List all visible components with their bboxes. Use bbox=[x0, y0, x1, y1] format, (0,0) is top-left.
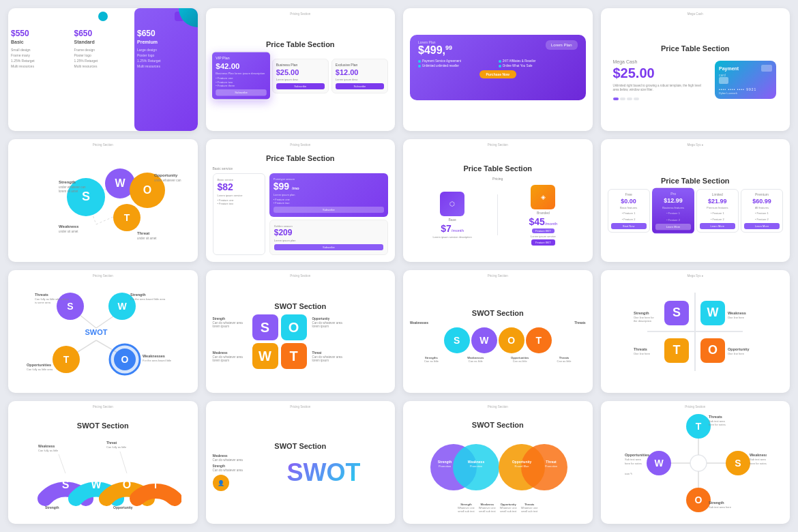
svg-text:Can fully as little area: Can fully as little area bbox=[27, 368, 53, 371]
svg-text:Opportunity: Opportunity bbox=[728, 347, 750, 351]
svg-text:Threat: Threat bbox=[106, 441, 117, 445]
svg-text:Weakness: Weakness bbox=[728, 311, 746, 315]
card15-title: SWOT Section bbox=[472, 421, 524, 429]
payment-chip bbox=[719, 77, 728, 84]
basic-plan: $550 Basic Small design Frame many 1.25%… bbox=[8, 8, 72, 131]
svg-text:Strength: Strength bbox=[59, 180, 76, 184]
features-grid: Payment Service Agreement 24/7 Affiliate… bbox=[418, 59, 578, 68]
swot-s-cell: S bbox=[252, 314, 278, 340]
price-table-horiz-card: Pricing Section Price Table Section Pric… bbox=[403, 139, 593, 262]
s-circle: S bbox=[444, 327, 470, 353]
t-circle: T bbox=[526, 327, 552, 353]
w-circle: W bbox=[471, 327, 497, 353]
svg-text:Strength: Strength bbox=[437, 460, 452, 464]
svg-text:T: T bbox=[673, 343, 681, 357]
svg-point-87 bbox=[690, 455, 707, 471]
card14-tag: Pricing Section bbox=[290, 405, 310, 409]
four-col-pricing: Free $0.00 Basic features • Feature 1 • … bbox=[608, 189, 784, 233]
price-payment-card: Mega Cash Price Table Section Mega Cash … bbox=[601, 8, 790, 131]
premium-features: Large design Poster logo 1.25% Retarget … bbox=[137, 47, 195, 69]
purchase-btn[interactable]: Purchase Now bbox=[479, 70, 516, 78]
svg-text:W: W bbox=[115, 177, 125, 189]
pro-btn[interactable]: Learn More bbox=[655, 224, 691, 230]
swot-arc-card: Pricing Section SWOT Section S W O T Wea… bbox=[8, 401, 198, 524]
svg-text:O: O bbox=[143, 184, 151, 196]
card14-title: SWOT Section bbox=[274, 442, 326, 450]
vip-plan-card: VIP Plan $42.00 Business Plan lorem ipsu… bbox=[211, 51, 270, 100]
swot-spider-card: Pricing Section T O W S Threats Sub text… bbox=[601, 401, 790, 524]
limited-btn[interactable]: Learn More bbox=[700, 223, 735, 229]
svg-text:S: S bbox=[67, 301, 73, 312]
svg-text:Opportunities: Opportunities bbox=[27, 363, 51, 367]
pricing-cards-row: VIP Plan $42.00 Business Plan lorem ipsu… bbox=[213, 53, 389, 99]
vip-btn[interactable]: Subscribe bbox=[216, 89, 267, 95]
swot-network-diagram: SWOT S W T O Threats Can fully as little… bbox=[21, 279, 185, 385]
svg-text:Threats: Threats bbox=[35, 293, 48, 297]
svg-text:SWOT: SWOT bbox=[85, 328, 107, 336]
svg-text:here for notes: here for notes bbox=[709, 423, 726, 426]
swot-network-card: Pricing Section SWOT S W T O Threats Can bbox=[8, 270, 198, 393]
price-table-four-col-card: Mega Sys ♦ Price Table Section Free $0.0… bbox=[601, 139, 790, 262]
svg-text:W: W bbox=[707, 306, 719, 319]
svg-text:One line here: One line here bbox=[634, 352, 651, 355]
exclusive-btn[interactable]: Subscribe bbox=[336, 83, 384, 89]
svg-text:under sit amet: under sit amet bbox=[137, 237, 157, 240]
swot-t-cell: T bbox=[281, 343, 307, 369]
free-btn[interactable]: Start Now bbox=[611, 223, 647, 229]
card4-title: Price Table Section bbox=[661, 44, 730, 53]
card9-tag: Pricing Section bbox=[93, 274, 113, 278]
svg-text:under sit amet: under sit amet bbox=[59, 230, 78, 233]
swot-overlap-diagram: Strength Promotion Weakness Promotion Op… bbox=[416, 433, 580, 501]
swot-overlap-card: Pricing Section SWOT Section Strength Pr… bbox=[403, 401, 593, 524]
feature-btn[interactable]: Feature BKT bbox=[531, 239, 555, 246]
basic-name: Basic bbox=[11, 40, 69, 44]
svg-text:is some area: is some area bbox=[35, 301, 51, 304]
pro-col: Pro $12.99 Business features • Feature 1… bbox=[652, 188, 694, 233]
standard-price: $650 bbox=[74, 29, 132, 38]
svg-text:Weakness: Weakness bbox=[750, 453, 767, 457]
svg-text:the description: the description bbox=[634, 319, 651, 323]
svg-text:T: T bbox=[152, 479, 158, 490]
card15-tag: Pricing Section bbox=[488, 405, 508, 409]
svg-text:S: S bbox=[673, 306, 681, 319]
branded-icon: ◈ bbox=[531, 185, 555, 209]
premium-col: Premium $60.99 All features • Feature 1 … bbox=[741, 189, 783, 233]
svg-text:Threat: Threat bbox=[137, 231, 149, 235]
o-circle: O bbox=[499, 327, 524, 353]
svg-text:Sub text area: Sub text area bbox=[750, 458, 767, 461]
prototype-btn[interactable]: Subscribe bbox=[274, 207, 384, 213]
premium-btn[interactable]: Learn More bbox=[744, 223, 780, 229]
svg-text:Opportunity: Opportunity bbox=[154, 173, 178, 177]
swot-o-cell: O bbox=[281, 314, 307, 340]
svg-text:Threats: Threats bbox=[634, 347, 647, 351]
svg-text:O: O bbox=[123, 479, 131, 490]
svg-text:icon ✎: icon ✎ bbox=[625, 472, 632, 475]
golden-btn[interactable]: Subscribe bbox=[274, 244, 383, 250]
business-btn[interactable]: Subscribe bbox=[276, 83, 325, 89]
person-icon: 👤 bbox=[213, 475, 229, 491]
card11-title: SWOT Section bbox=[472, 309, 524, 317]
card10-title: SWOT Section bbox=[274, 302, 326, 310]
price-table-two-plans-card: Pricing Section Price Table Section Basi… bbox=[206, 139, 396, 262]
svg-text:Threats: Threats bbox=[709, 415, 722, 419]
svg-text:T: T bbox=[696, 421, 702, 432]
card12-tag: Mega Sys ♦ bbox=[687, 274, 703, 278]
card13-title: SWOT Section bbox=[77, 422, 129, 430]
svg-text:Weakness: Weakness bbox=[59, 224, 79, 228]
svg-text:W: W bbox=[655, 458, 664, 469]
standard-plan: $650 Standard Frame design Poster logo 1… bbox=[72, 8, 135, 131]
purple-banner: Lorem Plan $499,99 Lorem Plan Payment Se… bbox=[410, 35, 586, 100]
card2-title: Price Table Section bbox=[266, 40, 335, 48]
card16-tag: Pricing Section bbox=[685, 405, 705, 409]
svg-text:O: O bbox=[708, 343, 718, 357]
divider bbox=[497, 194, 498, 235]
card7-title: Price Table Section bbox=[463, 164, 532, 173]
card11-tag: Pricing Section bbox=[488, 274, 508, 278]
premium-name: Premium bbox=[137, 40, 195, 44]
base-icon: ⬡ bbox=[440, 192, 464, 216]
price-table-section-card2: Pricing Section Price Table Section VIP … bbox=[206, 8, 396, 131]
svg-text:Opportunities: Opportunities bbox=[625, 453, 649, 457]
svg-text:Sub text area: Sub text area bbox=[625, 458, 642, 461]
premium-plan: $650 Premium Large design Poster logo 1.… bbox=[134, 8, 198, 131]
card4-tag: Mega Cash bbox=[688, 12, 703, 16]
